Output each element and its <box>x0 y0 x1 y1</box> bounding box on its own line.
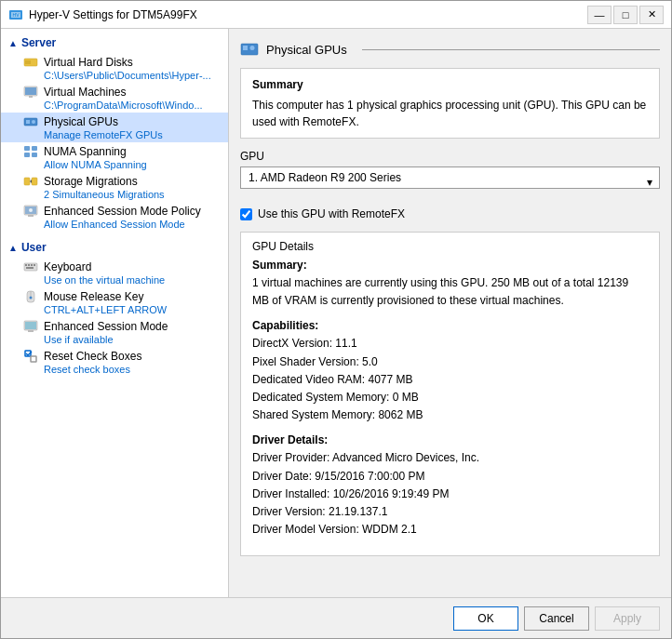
sidebar-item-keyboard[interactable]: Keyboard Use on the virtual machine <box>1 258 228 287</box>
close-button[interactable]: ✕ <box>639 6 664 24</box>
summary-text: This computer has 1 physical graphics pr… <box>252 97 648 130</box>
svg-rect-14 <box>32 153 37 157</box>
details-driver-section: Driver Details: Driver Provider: Advance… <box>252 433 648 539</box>
svg-rect-25 <box>31 264 33 266</box>
panel-divider <box>362 49 660 50</box>
svg-point-38 <box>250 46 255 50</box>
server-arrow-icon: ▲ <box>8 38 18 48</box>
sidebar-item-virtual-machines[interactable]: Virtual Machines C:\ProgramData\Microsof… <box>1 83 228 113</box>
gpu-details-box: GPU Details Summary: 1 virtual machines … <box>240 232 660 556</box>
sidebar-item-physical-gpus[interactable]: Physical GPUs Manage RemoteFX GPUs <box>1 113 228 142</box>
virtual-machines-icon <box>23 85 38 100</box>
svg-rect-37 <box>243 46 248 50</box>
details-summary-heading: Summary: <box>252 259 648 272</box>
hyper-v-icon: HV <box>8 7 23 22</box>
storage-migrations-subtitle: 2 Simultaneous Migrations <box>23 189 221 200</box>
sidebar-item-reset-check-boxes[interactable]: Reset Check Boxes Reset check boxes <box>1 347 228 377</box>
physical-gpus-label: Physical GPUs <box>44 115 118 128</box>
panel-title-bar: Physical GPUs <box>240 40 660 59</box>
storage-migrations-icon <box>23 174 38 189</box>
numa-spanning-label: NUMA Spanning <box>44 145 127 158</box>
details-driver-installed: Driver Installed: 10/26/2016 9:19:49 PM <box>252 486 648 503</box>
keyboard-label: Keyboard <box>44 260 91 273</box>
server-section-label: Server <box>21 36 56 49</box>
svg-rect-23 <box>25 264 27 266</box>
details-driver-date: Driver Date: 9/15/2016 7:00:00 PM <box>252 468 648 486</box>
panel-gpu-icon <box>240 40 259 59</box>
sidebar-item-numa-spanning[interactable]: NUMA Spanning Allow NUMA Spanning <box>1 142 228 172</box>
svg-rect-7 <box>29 96 33 98</box>
maximize-button[interactable]: □ <box>613 6 638 24</box>
enhanced-session-mode-subtitle: Use if available <box>23 334 221 345</box>
summary-box: Summary This computer has 1 physical gra… <box>240 68 660 139</box>
minimize-button[interactable]: — <box>587 6 612 24</box>
details-dedicated-system-memory: Dedicated System Memory: 0 MB <box>252 389 648 406</box>
ok-button[interactable]: OK <box>453 606 518 631</box>
enhanced-session-mode-policy-label: Enhanced Session Mode Policy <box>44 205 201 218</box>
svg-rect-6 <box>25 87 36 95</box>
svg-rect-35 <box>31 356 36 362</box>
details-shared-system-memory: Shared System Memory: 8062 MB <box>252 406 648 424</box>
sidebar-item-virtual-hard-disks[interactable]: Virtual Hard Disks C:\Users\Public\Docum… <box>1 53 228 83</box>
svg-rect-16 <box>24 178 30 185</box>
sidebar-item-mouse-release-key[interactable]: Mouse Release Key CTRL+ALT+LEFT ARROW <box>1 287 228 317</box>
reset-check-boxes-subtitle: Reset check boxes <box>23 364 221 375</box>
svg-rect-27 <box>26 267 34 269</box>
mouse-release-key-icon <box>23 289 38 304</box>
user-arrow-icon: ▲ <box>8 243 18 253</box>
use-remotefx-label: Use this GPU with RemoteFX <box>258 207 405 220</box>
keyboard-icon <box>23 260 38 274</box>
mouse-release-key-subtitle: CTRL+ALT+LEFT ARROW <box>23 304 221 315</box>
svg-point-21 <box>29 208 33 212</box>
svg-rect-11 <box>24 146 30 151</box>
svg-rect-24 <box>28 264 30 266</box>
numa-spanning-subtitle: Allow NUMA Spanning <box>23 159 221 170</box>
details-summary-section: Summary: 1 virtual machines are currentl… <box>252 259 648 310</box>
svg-rect-17 <box>32 178 37 185</box>
enhanced-session-mode-icon <box>23 319 38 334</box>
use-remotefx-checkbox[interactable] <box>240 208 252 220</box>
details-dedicated-video-ram: Dedicated Video RAM: 4077 MB <box>252 371 648 389</box>
user-section-label: User <box>21 241 47 254</box>
details-summary-text: 1 virtual machines are currently using t… <box>252 274 648 310</box>
sidebar-item-enhanced-session-mode[interactable]: Enhanced Session Mode Use if available <box>1 317 228 347</box>
gpu-dropdown-wrapper: 1. AMD Radeon R9 200 Series <box>240 166 660 198</box>
details-capabilities-heading: Capabilities: <box>252 319 648 332</box>
details-pixel-shader: Pixel Shader Version: 5.0 <box>252 353 648 371</box>
title-bar-left: HV Hyper-V Settings for DTM5A99FX <box>8 7 197 22</box>
virtual-machines-label: Virtual Machines <box>44 86 127 99</box>
svg-rect-12 <box>32 146 37 151</box>
svg-rect-33 <box>28 330 34 332</box>
svg-rect-32 <box>25 322 36 329</box>
window-title: Hyper-V Settings for DTM5A99FX <box>29 8 197 21</box>
gpu-details-title: GPU Details <box>252 240 648 253</box>
physical-gpus-subtitle: Manage RemoteFX GPUs <box>23 129 221 140</box>
sidebar-item-enhanced-session-mode-policy[interactable]: Enhanced Session Mode Policy Allow Enhan… <box>1 202 228 232</box>
content-area: ▲ Server Virtual Hard Disks C:\Users\Pub… <box>1 29 671 597</box>
svg-rect-9 <box>26 120 30 124</box>
svg-rect-13 <box>24 153 30 157</box>
reset-check-boxes-icon <box>23 349 38 364</box>
mouse-release-key-label: Mouse Release Key <box>44 290 143 303</box>
physical-gpus-icon <box>23 114 38 129</box>
details-capabilities-section: Capabilities: DirectX Version: 11.1 Pixe… <box>252 319 648 424</box>
sidebar-item-storage-migrations[interactable]: Storage Migrations 2 Simultaneous Migrat… <box>1 172 228 202</box>
cancel-button[interactable]: Cancel <box>524 606 589 631</box>
gpu-dropdown[interactable]: 1. AMD Radeon R9 200 Series <box>240 166 660 189</box>
use-remotefx-row: Use this GPU with RemoteFX <box>240 207 660 220</box>
svg-point-30 <box>30 297 33 300</box>
svg-text:HV: HV <box>13 12 20 18</box>
virtual-machines-subtitle: C:\ProgramData\Microsoft\Windo... <box>23 100 221 111</box>
title-bar: HV Hyper-V Settings for DTM5A99FX — □ ✕ <box>1 1 671 29</box>
details-driver-model-version: Driver Model Version: WDDM 2.1 <box>252 521 648 539</box>
details-directx-version: DirectX Version: 11.1 <box>252 335 648 353</box>
virtual-hard-disks-label: Virtual Hard Disks <box>44 56 133 69</box>
gpu-section-label: GPU <box>240 150 660 163</box>
details-driver-provider: Driver Provider: Advanced Micro Devices,… <box>252 449 648 467</box>
title-controls: — □ ✕ <box>587 6 664 24</box>
svg-rect-20 <box>28 215 34 217</box>
panel-title: Physical GPUs <box>266 43 347 57</box>
apply-button[interactable]: Apply <box>595 606 660 631</box>
summary-heading: Summary <box>252 76 648 93</box>
bottom-bar: OK Cancel Apply <box>1 597 671 638</box>
